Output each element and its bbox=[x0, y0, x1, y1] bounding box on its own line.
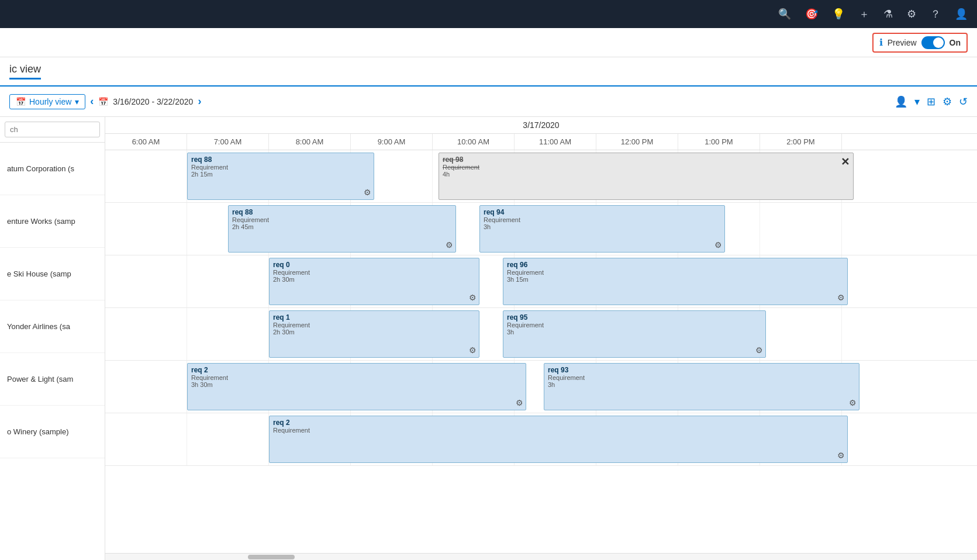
search-input[interactable] bbox=[5, 122, 100, 137]
grid-row: req 88Requirement2h 15m⚙req 98Requiremen… bbox=[105, 150, 977, 203]
event-block[interactable]: req 0Requirement2h 30m⚙ bbox=[269, 258, 479, 305]
resource-name: e Ski House (samp bbox=[7, 269, 71, 278]
resource-name: atum Corporation (s bbox=[7, 164, 74, 173]
next-arrow[interactable]: › bbox=[198, 95, 201, 108]
event-block[interactable]: req 1Requirement2h 30m⚙ bbox=[269, 310, 479, 358]
date-range-label: 3/16/2020 - 3/22/2020 bbox=[113, 97, 193, 106]
event-title: req 1 bbox=[273, 313, 475, 322]
preview-label: Preview bbox=[888, 38, 917, 47]
time-cell: 6:00 AM bbox=[105, 134, 187, 150]
scrollbar-thumb[interactable] bbox=[248, 555, 295, 559]
event-settings-icon[interactable]: ⚙ bbox=[516, 398, 523, 407]
event-settings-icon[interactable]: ⚙ bbox=[714, 240, 722, 250]
event-title: req 96 bbox=[507, 261, 844, 269]
grid-col bbox=[187, 308, 269, 360]
toolbar-left: 📅 Hourly view ▾ ‹ 📅 3/16/2020 - 3/22/202… bbox=[9, 94, 888, 109]
event-block[interactable]: req 95Requirement3h⚙ bbox=[503, 310, 766, 358]
time-header: 6:00 AM7:00 AM8:00 AM9:00 AM10:00 AM11:0… bbox=[105, 134, 977, 150]
chevron-down-icon[interactable]: ▾ bbox=[914, 95, 920, 108]
event-block[interactable]: req 96Requirement3h 15m⚙ bbox=[503, 258, 848, 305]
event-title: req 95 bbox=[507, 313, 762, 322]
time-cell: 2:00 PM bbox=[760, 134, 842, 150]
event-block[interactable]: req 2Requirement3h 30m⚙ bbox=[187, 363, 526, 410]
lightbulb-icon[interactable]: 💡 bbox=[832, 8, 845, 20]
event-title: req 93 bbox=[548, 366, 855, 374]
event-settings-icon[interactable]: ⚙ bbox=[364, 188, 371, 197]
event-block[interactable]: req 93Requirement3h⚙ bbox=[544, 363, 859, 410]
resource-name: Power & Light (sam bbox=[7, 375, 73, 383]
event-title: req 0 bbox=[273, 261, 475, 269]
resource-row: Power & Light (sam bbox=[0, 353, 105, 406]
event-title: req 88 bbox=[191, 155, 370, 164]
event-type: Requirement bbox=[273, 427, 844, 434]
event-settings-icon[interactable]: ⚙ bbox=[849, 398, 857, 407]
time-cell: 9:00 AM bbox=[351, 134, 433, 150]
date-icon: 📅 bbox=[98, 97, 108, 106]
event-settings-icon[interactable]: ⚙ bbox=[469, 345, 477, 355]
event-block[interactable]: req 94Requirement3h⚙ bbox=[479, 205, 725, 253]
grid-view-icon[interactable]: ⊞ bbox=[927, 95, 935, 108]
hourly-view-label: Hourly view bbox=[29, 97, 71, 106]
resource-name: Yonder Airlines (sa bbox=[7, 322, 70, 331]
settings-icon[interactable]: ⚙ bbox=[943, 95, 952, 108]
chevron-down-icon: ▾ bbox=[75, 97, 79, 106]
event-duration: 2h 15m bbox=[191, 171, 370, 178]
event-type: Requirement bbox=[443, 164, 850, 171]
event-block[interactable]: req 2Requirement⚙ bbox=[269, 416, 848, 463]
event-settings-icon[interactable]: ⚙ bbox=[755, 345, 763, 355]
sidebar: atum Corporation (senture Works (sampe S… bbox=[0, 117, 105, 560]
grid-col bbox=[105, 255, 187, 307]
event-title: req 2 bbox=[191, 366, 522, 374]
event-block[interactable]: req 98Requirement4h✕ bbox=[439, 153, 854, 200]
filter-icon[interactable]: ⚗ bbox=[883, 8, 893, 20]
event-duration: 3h 15m bbox=[507, 276, 844, 283]
date-header: 3/17/2020 bbox=[105, 117, 977, 134]
event-settings-icon[interactable]: ⚙ bbox=[837, 451, 845, 460]
event-title: req 88 bbox=[232, 208, 452, 216]
resource-row: atum Corporation (s bbox=[0, 143, 105, 195]
preview-toggle[interactable] bbox=[921, 36, 945, 49]
event-type: Requirement bbox=[484, 216, 721, 223]
event-duration: 4h bbox=[443, 171, 850, 178]
event-settings-icon[interactable]: ⚙ bbox=[446, 240, 453, 250]
event-title: req 98 bbox=[443, 155, 850, 164]
event-settings-icon[interactable]: ⚙ bbox=[837, 293, 845, 302]
event-type: Requirement bbox=[273, 322, 475, 329]
target-icon[interactable]: 🎯 bbox=[805, 8, 818, 20]
prev-arrow[interactable]: ‹ bbox=[90, 95, 94, 108]
resource-row: e Ski House (samp bbox=[0, 248, 105, 300]
event-duration: 2h 45m bbox=[232, 223, 452, 230]
resource-row: Yonder Airlines (sa bbox=[0, 300, 105, 353]
grid-col bbox=[105, 150, 187, 202]
calendar-icon: 📅 bbox=[16, 97, 26, 106]
event-block[interactable]: req 88Requirement2h 15m⚙ bbox=[187, 153, 374, 200]
event-block[interactable]: req 88Requirement2h 45m⚙ bbox=[228, 205, 456, 253]
resource-list: atum Corporation (senture Works (sampe S… bbox=[0, 143, 105, 458]
grid-col bbox=[760, 308, 842, 360]
resource-name: enture Works (samp bbox=[7, 217, 75, 226]
grid-col bbox=[105, 203, 187, 255]
grid-col bbox=[105, 413, 187, 465]
refresh-icon[interactable]: ↺ bbox=[959, 95, 968, 108]
event-duration: 3h bbox=[507, 329, 762, 336]
search-icon[interactable]: 🔍 bbox=[778, 8, 791, 20]
resource-icon[interactable]: 👤 bbox=[895, 95, 907, 108]
question-icon[interactable]: ？ bbox=[930, 7, 941, 21]
preview-info-icon: ℹ bbox=[879, 37, 883, 48]
hourly-view-button[interactable]: 📅 Hourly view ▾ bbox=[9, 94, 85, 109]
event-type: Requirement bbox=[232, 216, 452, 223]
grid-row: req 0Requirement2h 30m⚙req 96Requirement… bbox=[105, 255, 977, 308]
grid-col bbox=[187, 413, 269, 465]
search-area bbox=[0, 117, 105, 143]
preview-toggle-container: ℹ Preview On bbox=[872, 33, 968, 53]
event-duration: 3h bbox=[548, 381, 855, 388]
close-button[interactable]: ✕ bbox=[841, 155, 850, 168]
plus-icon[interactable]: ＋ bbox=[859, 7, 869, 21]
resource-name: o Winery (sample) bbox=[7, 427, 68, 436]
time-cell: 10:00 AM bbox=[433, 134, 515, 150]
page-title: ic view bbox=[9, 63, 41, 79]
calendar-area: 3/17/2020 6:00 AM7:00 AM8:00 AM9:00 AM10… bbox=[105, 117, 977, 560]
event-settings-icon[interactable]: ⚙ bbox=[469, 293, 477, 302]
person-icon[interactable]: 👤 bbox=[955, 8, 968, 20]
gear-icon[interactable]: ⚙ bbox=[907, 8, 916, 20]
